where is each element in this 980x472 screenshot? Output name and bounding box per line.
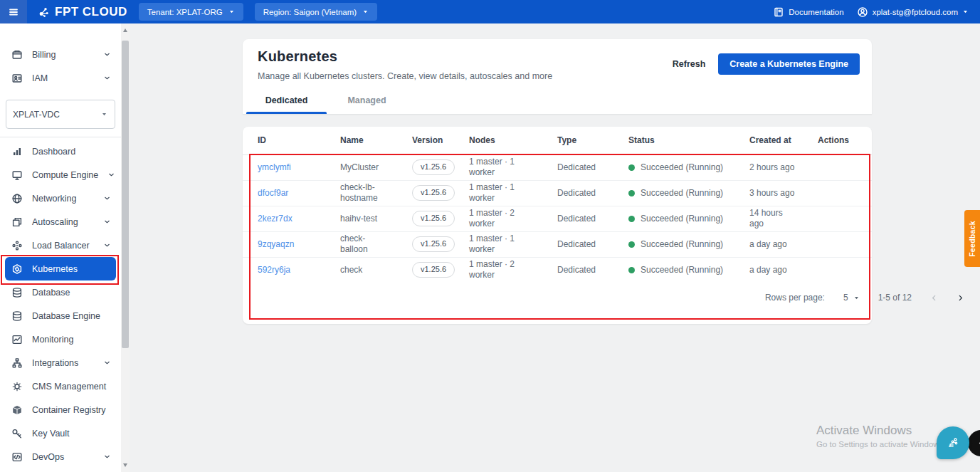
account-email: xplat-stg@fptcloud.com (873, 8, 958, 16)
watermark-subtitle: Go to Settings to activate Windows (816, 440, 943, 449)
chevron-down-icon (107, 171, 115, 179)
cluster-name: MyCluster (340, 162, 393, 173)
vdc-selector[interactable]: XPLAT-VDC (6, 100, 115, 129)
load-balancer-icon (11, 240, 23, 251)
next-page-button[interactable] (957, 294, 964, 302)
column-header-type: Type (542, 127, 613, 154)
sidebar-item-networking[interactable]: Networking (0, 187, 121, 210)
cell-type: Dedicated (542, 180, 613, 206)
previous-page-button[interactable] (930, 294, 938, 302)
row-actions-kebab-button[interactable] (818, 217, 826, 223)
create-kubernetes-engine-button[interactable]: Create a Kubernetes Engine (718, 53, 860, 75)
sidebar-item-iam[interactable]: IAM (0, 66, 121, 90)
scrollbar-thumb[interactable] (122, 41, 129, 348)
sidebar-scrollbar[interactable] (121, 23, 130, 472)
cell-status: Succeeded (Running) (613, 231, 734, 257)
sidebar-top-section: BillingIAM (0, 43, 121, 90)
cluster-id-link[interactable]: ymclymfi (258, 162, 291, 172)
version-chip: v1.25.6 (412, 236, 455, 252)
page-title: Kubernetes (258, 48, 552, 65)
cell-type: Dedicated (542, 154, 613, 180)
table-pagination: Rows per page: 5 1-5 of 12 (765, 283, 964, 312)
cell-nodes: 1 master · 1 worker (454, 180, 542, 206)
version-chip: v1.25.6 (412, 159, 455, 175)
brand-name: FPT CLOUD (55, 5, 127, 19)
cell-version: v1.25.6 (397, 231, 454, 257)
hamburger-icon (8, 6, 19, 18)
ai-assistant-bubble[interactable]: AI (937, 426, 969, 459)
networking-icon (11, 193, 23, 204)
cluster-name: check-lb-hostname (340, 182, 393, 204)
sidebar-item-label: CMS Management (32, 382, 111, 392)
autoscaling-icon (11, 216, 23, 228)
row-actions-kebab-button[interactable] (818, 166, 826, 172)
watermark-title: Activate Windows (816, 424, 943, 438)
sidebar-item-load-balancer[interactable]: Load Balancer (0, 234, 121, 257)
chevron-down-icon (103, 74, 111, 82)
svg-text:AI: AI (949, 443, 954, 448)
cell-nodes: 1 master · 2 worker (454, 206, 542, 231)
sidebar-item-label: Load Balancer (32, 241, 94, 251)
row-actions-kebab-button[interactable] (818, 192, 826, 197)
table-row: ymclymfiMyClusterv1.25.61 master · 1 wor… (243, 154, 872, 180)
sidebar-items: DashboardCompute EngineNetworkingAutosca… (0, 140, 121, 468)
sidebar-item-database[interactable]: Database (0, 280, 121, 304)
hamburger-menu-button[interactable] (0, 0, 27, 23)
column-header-actions: Actions (803, 127, 872, 154)
cluster-id-link[interactable]: 592ry6ja (258, 265, 290, 275)
tab-managed[interactable]: Managed (327, 88, 407, 114)
tenant-selector[interactable]: Tenant: XPLAT-ORG (139, 3, 243, 21)
sidebar-item-autoscaling[interactable]: Autoscaling (0, 210, 121, 234)
cluster-name: check (340, 265, 393, 276)
feedback-tab[interactable]: Feedback (964, 210, 980, 267)
row-actions-kebab-button[interactable] (818, 268, 826, 274)
sidebar-item-key-vault[interactable]: Key Vault (0, 421, 121, 445)
dashboard-icon (11, 146, 23, 157)
brand-logo[interactable]: FPT CLOUD (38, 5, 127, 19)
cell-actions (803, 231, 872, 257)
cluster-id-link[interactable]: 9zqyaqzn (258, 239, 294, 249)
sidebar-item-cms-management[interactable]: CMS Management (0, 374, 121, 398)
sidebar-item-integrations[interactable]: Integrations (0, 351, 121, 374)
sidebar-item-kubernetes[interactable]: Kubernetes (5, 257, 116, 280)
cluster-id-link[interactable]: dfocf9ar (258, 188, 288, 198)
version-chip: v1.25.6 (412, 211, 455, 226)
version-chip: v1.25.6 (412, 185, 455, 201)
account-menu[interactable]: xplat-stg@fptcloud.com (857, 6, 969, 18)
chevron-down-icon (103, 194, 111, 202)
region-selector[interactable]: Region: Saigon (Vietnam) (255, 3, 377, 21)
scrollbar-up-arrow-icon[interactable] (123, 28, 127, 32)
table-row: 2kezr7dxhaihv-testv1.25.61 master · 2 wo… (243, 206, 872, 231)
cell-type: Dedicated (542, 231, 613, 257)
cell-status: Succeeded (Running) (613, 206, 734, 231)
devops-icon (11, 451, 23, 463)
cell-actions (803, 180, 872, 206)
cell-id: 592ry6ja (243, 257, 325, 283)
cluster-id-link[interactable]: 2kezr7dx (258, 214, 293, 224)
iam-icon (11, 73, 23, 84)
row-actions-kebab-button[interactable] (818, 243, 826, 248)
feedback-tab-label: Feedback (968, 221, 976, 257)
documentation-link[interactable]: Documentation (773, 6, 843, 18)
refresh-button[interactable]: Refresh (673, 59, 706, 69)
sidebar-item-dashboard[interactable]: Dashboard (0, 140, 121, 163)
chevron-down-icon (103, 453, 111, 461)
tab-dedicated[interactable]: Dedicated (246, 88, 327, 114)
scrollbar-down-arrow-icon[interactable] (123, 463, 127, 467)
sidebar-item-database-engine[interactable]: Database Engine (0, 304, 121, 327)
cell-type: Dedicated (542, 206, 613, 231)
status-dot-icon (628, 190, 635, 196)
billing-icon (11, 49, 23, 61)
sidebar-item-label: DevOps (32, 452, 94, 462)
sidebar-item-monitoring[interactable]: Monitoring (0, 327, 121, 351)
cell-nodes: 1 master · 1 worker (454, 154, 542, 180)
sidebar-item-billing[interactable]: Billing (0, 43, 121, 66)
sidebar-item-label: Kubernetes (32, 264, 111, 274)
sidebar-item-container-registry[interactable]: Container Registry (0, 398, 121, 421)
sidebar-item-devops[interactable]: DevOps (0, 445, 121, 468)
documentation-label: Documentation (789, 8, 843, 16)
collapse-widget-button[interactable] (968, 430, 980, 456)
rows-per-page-select[interactable]: 5 (843, 293, 860, 303)
region-selector-label: Region: Saigon (Vietnam) (263, 8, 357, 16)
sidebar-item-compute-engine[interactable]: Compute Engine (0, 163, 121, 187)
